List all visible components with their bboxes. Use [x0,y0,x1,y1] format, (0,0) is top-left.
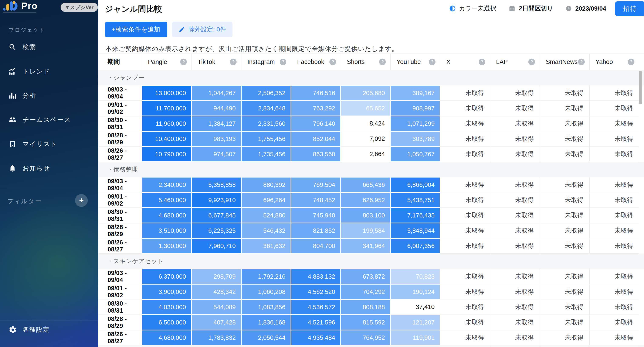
table-row: 09/03 - 09/0413,000,0001,044,2672,506,35… [98,85,644,101]
not-acquired-cell: 未取得 [540,269,590,284]
value-cell: 804,700 [291,238,341,254]
period-cell: 08/28 - 08/29 [98,131,142,147]
row-filler [639,269,644,284]
group-label: ・スキンケアセット [98,254,644,269]
not-acquired-cell: 未取得 [590,284,639,300]
not-acquired-cell: 未取得 [490,177,540,192]
help-icon[interactable]: ? [330,59,336,65]
header-controls: カラー未選択 2日間区切り 2023/09/04 [449,0,606,17]
value-cell: 341,964 [341,238,390,254]
sidebar-divider [0,187,98,187]
not-acquired-cell: 未取得 [440,330,490,345]
pencil-icon [178,26,185,33]
not-acquired-cell: 未取得 [590,300,639,315]
value-cell: 8,424 [341,116,390,131]
row-filler [639,330,644,345]
value-cell: 1,836,168 [241,315,291,330]
value-cell: 3,900,000 [142,284,192,300]
not-acquired-cell: 未取得 [540,330,590,345]
help-icon[interactable]: ? [628,59,634,65]
help-icon[interactable]: ? [479,59,485,65]
value-cell: 524,880 [241,208,291,223]
not-acquired-cell: 未取得 [440,192,490,208]
not-acquired-cell: 未取得 [590,208,639,223]
not-acquired-cell: 未取得 [540,177,590,192]
color-select-control[interactable]: カラー未選択 [449,4,496,13]
group-label: ・債務整理 [98,162,644,177]
app-logo[interactable]: Pro [3,1,38,11]
value-cell: 746,516 [291,85,341,101]
add-filter-button[interactable]: + [75,194,88,207]
settings-label: 各種設定 [22,325,50,334]
value-cell: 4,680,000 [142,330,192,345]
help-icon[interactable]: ? [578,59,585,65]
mylist-icon [8,140,16,148]
color-select-label: カラー未選択 [459,4,496,13]
help-icon[interactable]: ? [528,59,535,65]
row-filler [639,116,644,131]
value-cell: 665,436 [341,177,390,192]
value-cell: 5,358,858 [192,177,241,192]
period-cell: 09/01 - 09/02 [98,192,142,208]
row-filler [639,284,644,300]
sidebar-item-analytics[interactable]: 分析 [0,83,98,108]
sidebar-item-trend[interactable]: トレンド [0,59,98,83]
sidebar-item-teamspace[interactable]: チームスペース [0,108,98,132]
column-header-label: TikTok [198,58,215,65]
value-cell: 4,536,572 [291,300,341,315]
value-cell: 3,510,000 [142,223,192,238]
app-window: Pro ▼スプシVer プロジェクト 検索 トレンド [0,0,644,347]
group-header-row: ・スキンケアセット [98,254,644,269]
period-cell: 08/26 - 08/27 [98,147,142,162]
table-row: 08/28 - 08/293,510,0006,225,325546,43282… [98,223,644,238]
bell-icon [8,164,16,172]
value-cell: 10,400,000 [142,131,192,147]
table-row: 08/26 - 08/2710,790,000974,5071,735,4568… [98,147,644,162]
value-cell: 1,783,832 [192,330,241,345]
sidebar-item-settings[interactable]: 各種設定 [8,325,50,334]
help-icon[interactable]: ? [180,59,187,65]
version-badge[interactable]: ▼スプシVer [60,3,98,12]
column-header-instagram: Instagram? [241,54,291,70]
sidebar-nav: 検索 トレンド 分析 [0,35,98,180]
sidebar-item-label: 分析 [22,91,36,100]
not-acquired-cell: 未取得 [540,284,590,300]
not-acquired-cell: 未取得 [490,147,540,162]
value-cell: 65,652 [341,101,390,116]
row-filler [639,208,644,223]
value-cell: 1,792,216 [241,269,291,284]
value-cell: 5,848,944 [390,223,440,238]
column-header-label: Facebook [297,58,324,65]
not-acquired-cell: 未取得 [440,284,490,300]
not-acquired-cell: 未取得 [590,101,639,116]
value-cell: 6,677,845 [192,208,241,223]
help-icon[interactable]: ? [230,59,236,65]
invite-button[interactable]: 招待 [615,1,644,16]
interval-control[interactable]: 2日間区切り [508,4,553,13]
not-acquired-cell: 未取得 [540,192,590,208]
gear-icon [8,326,17,334]
value-cell: 696,264 [241,192,291,208]
table-row: 09/01 - 09/0211,700,000944,4902,834,6487… [98,101,644,116]
help-icon[interactable]: ? [379,59,386,65]
period-cell: 09/01 - 09/02 [98,101,142,116]
value-cell: 6,370,000 [142,269,192,284]
not-acquired-cell: 未取得 [490,284,540,300]
value-cell: 13,000,000 [142,85,192,101]
column-header-facebook: Facebook? [291,54,341,70]
sidebar-item-label: 検索 [22,43,36,52]
sidebar-item-notifications[interactable]: お知らせ [0,156,98,180]
group-label: ・シャンプー [98,70,644,85]
exclusion-settings-button[interactable]: 除外設定: 0件 [172,22,232,37]
sidebar-item-search[interactable]: 検索 [0,35,98,59]
not-acquired-cell: 未取得 [440,208,490,223]
add-condition-button[interactable]: +検索条件を追加 [105,22,167,37]
period-cell: 09/01 - 09/02 [98,284,142,300]
help-icon[interactable]: ? [429,59,436,65]
value-cell: 1,755,456 [241,131,291,147]
column-header-label: LAP [496,58,508,65]
sidebar-item-mylist[interactable]: マイリスト [0,132,98,156]
help-icon[interactable]: ? [280,59,286,65]
vertical-scrollbar-thumb[interactable] [639,71,642,104]
date-control[interactable]: 2023/09/04 [566,5,606,12]
